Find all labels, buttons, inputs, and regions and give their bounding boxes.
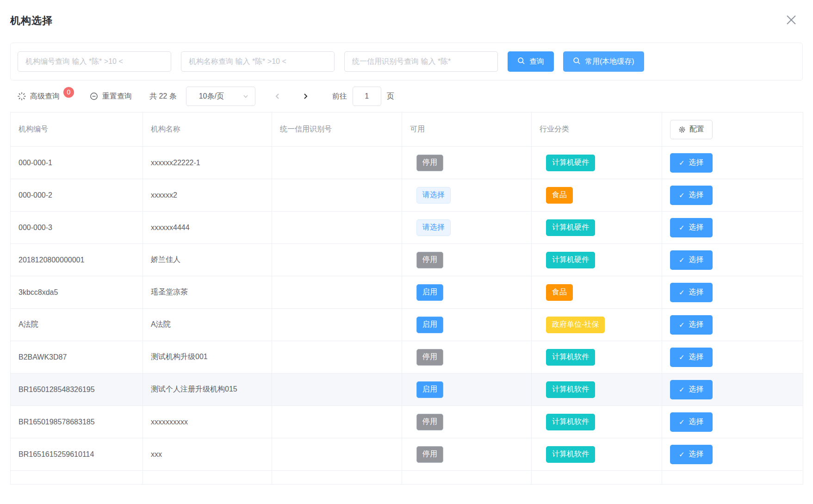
table-row: A法院 A法院 启用 政府单位-社保 ✓选择 (11, 309, 803, 341)
industry-cell: 计算机软件 (532, 406, 662, 438)
check-icon: ✓ (679, 288, 685, 297)
select-button[interactable]: ✓选择 (670, 445, 713, 464)
next-page-button[interactable] (302, 93, 309, 100)
select-button[interactable]: ✓选择 (670, 283, 713, 302)
org-name-cell: 测试机构升级001 (143, 341, 272, 373)
page-size-select[interactable]: 10条/页 (186, 87, 255, 106)
credit-code-cell (272, 276, 402, 309)
industry-tag: 食品 (546, 284, 573, 301)
industry-tag: 计算机硬件 (546, 252, 595, 268)
status-cell: 启用 (402, 309, 532, 341)
advanced-query-label: 高级查询 (30, 92, 60, 101)
select-button[interactable]: ✓选择 (670, 186, 713, 205)
credit-code-cell (272, 244, 402, 276)
industry-tag: 计算机软件 (546, 349, 595, 366)
org-code-cell: BR1651615259610114 (11, 438, 143, 471)
advanced-query-button[interactable]: 高级查询 (18, 92, 60, 101)
org-code-cell: BR1650128548326195 (11, 373, 143, 406)
prev-page-button[interactable] (274, 93, 281, 100)
common-cache-button[interactable]: 常用(本地缓存) (563, 51, 644, 72)
select-button[interactable]: ✓选择 (670, 250, 713, 270)
action-cell: ✓选择 (662, 276, 803, 309)
header-org-code: 机构编号 (11, 112, 143, 147)
header-config-cell: 配置 (662, 112, 803, 147)
select-button[interactable]: ✓选择 (670, 412, 713, 432)
industry-tag: 计算机软件 (546, 414, 595, 430)
credit-code-cell (272, 341, 402, 373)
select-button-label: 选择 (689, 255, 704, 265)
select-button[interactable]: ✓选择 (670, 348, 713, 367)
chevron-down-icon (242, 93, 249, 100)
table-row: 000-000-2 xxxxxx2 请选择 食品 ✓选择 (11, 179, 803, 212)
status-tag[interactable]: 启用 (416, 381, 443, 398)
org-name-cell: A法院 (143, 309, 272, 341)
org-select-modal: 机构选择 查询 (0, 0, 813, 504)
table-header-row: 机构编号 机构名称 统一信用识别号 可用 行业分类 配置 (11, 112, 803, 147)
goto-page-input[interactable] (353, 87, 381, 106)
action-cell: ✓选择 (662, 438, 803, 471)
org-name-cell: 瑶圣堂凉茶 (143, 276, 272, 309)
reset-query-button[interactable]: 重置查询 (90, 92, 132, 101)
check-icon: ✓ (679, 321, 685, 329)
select-button-label: 选择 (689, 158, 704, 168)
check-icon: ✓ (679, 450, 685, 459)
org-code-cell: 000-000-1 (11, 147, 143, 179)
industry-cell: 食品 (532, 276, 662, 309)
advanced-query-badge: 0 (63, 87, 74, 98)
status-tag[interactable]: 启用 (416, 317, 443, 333)
status-cell: 启用 (402, 276, 532, 309)
header-industry: 行业分类 (532, 112, 662, 147)
org-name-cell: xxx (143, 438, 272, 471)
goto-label: 前往 (332, 92, 347, 101)
org-name-search-input[interactable] (181, 51, 335, 72)
select-button[interactable]: ✓选择 (670, 218, 713, 237)
status-tag[interactable]: 停用 (416, 155, 443, 171)
action-cell: ✓选择 (662, 212, 803, 244)
status-tag[interactable]: 停用 (416, 349, 443, 366)
search-icon (573, 57, 581, 67)
org-name-cell: xxxxxx4444 (143, 212, 272, 244)
header-available: 可用 (402, 112, 532, 147)
status-tag[interactable]: 请选择 (416, 219, 451, 236)
status-tag[interactable]: 请选择 (416, 187, 451, 204)
table-row: 000-000-1 xxxxxx22222-1 停用 计算机硬件 ✓选择 (11, 147, 803, 179)
credit-code-search-input[interactable] (344, 51, 498, 72)
gear-icon (678, 126, 686, 133)
config-button-label: 配置 (689, 124, 704, 134)
org-name-cell: xxxxxx2 (143, 179, 272, 212)
select-button-label: 选择 (689, 417, 704, 427)
toolbar: 高级查询 0 重置查询 共 22 条 10条/页 (10, 86, 803, 106)
industry-tag: 计算机软件 (546, 381, 595, 398)
industry-cell: 计算机硬件 (532, 147, 662, 179)
credit-code-cell (272, 147, 402, 179)
close-icon[interactable] (782, 10, 801, 30)
status-tag[interactable]: 停用 (416, 446, 443, 463)
status-tag[interactable]: 停用 (416, 414, 443, 430)
industry-cell: 计算机软件 (532, 373, 662, 406)
org-code-search-input[interactable] (18, 51, 171, 72)
header-credit-code: 统一信用识别号 (272, 112, 402, 147)
org-name-cell: xxxxxx22222-1 (143, 147, 272, 179)
status-cell: 停用 (402, 147, 532, 179)
status-cell: 停用 (402, 438, 532, 471)
select-button[interactable]: ✓选择 (670, 380, 713, 399)
check-icon: ✓ (679, 224, 685, 232)
select-button[interactable]: ✓选择 (670, 153, 713, 173)
check-icon: ✓ (679, 159, 685, 167)
industry-cell: 食品 (532, 179, 662, 212)
org-code-cell: BR1650198578683185 (11, 406, 143, 438)
industry-cell: 计算机硬件 (532, 244, 662, 276)
select-button[interactable]: ✓选择 (670, 315, 713, 335)
query-button[interactable]: 查询 (508, 51, 554, 72)
status-tag[interactable]: 停用 (416, 252, 443, 268)
modal-header: 机构选择 (0, 0, 813, 30)
query-button-label: 查询 (529, 57, 544, 67)
status-cell: 请选择 (402, 179, 532, 212)
table-row: BR1651615259610114 xxx 停用 计算机软件 ✓选择 (11, 438, 803, 471)
status-tag[interactable]: 启用 (416, 284, 443, 301)
industry-tag: 食品 (546, 187, 573, 204)
config-button[interactable]: 配置 (670, 120, 713, 139)
check-icon: ✓ (679, 418, 685, 426)
goto-suffix: 页 (387, 92, 394, 101)
industry-tag: 计算机软件 (546, 446, 595, 463)
